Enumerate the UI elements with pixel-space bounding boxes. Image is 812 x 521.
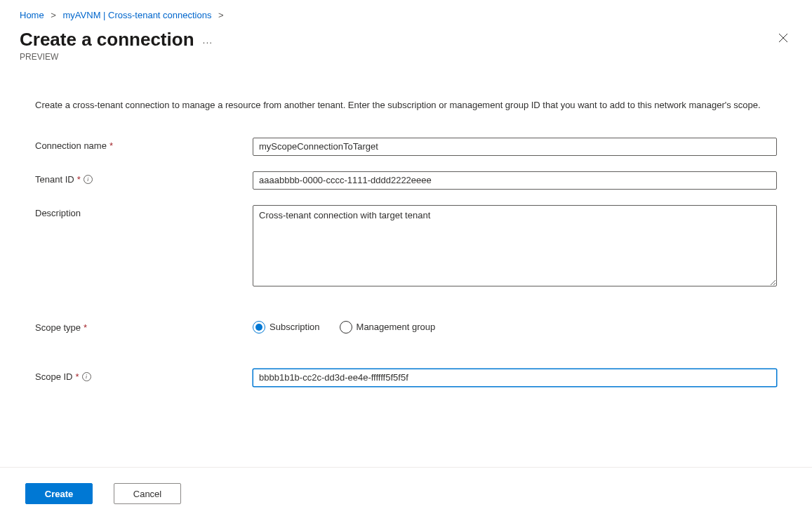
required-indicator: * (77, 174, 81, 185)
required-indicator: * (84, 322, 87, 333)
radio-unselected-icon (340, 321, 352, 334)
info-icon[interactable]: i (84, 175, 93, 184)
create-button[interactable]: Create (25, 483, 93, 504)
row-tenant-id: Tenant ID * i (35, 171, 777, 190)
label-tenant-id: Tenant ID * i (35, 171, 253, 185)
connection-name-input[interactable] (253, 138, 777, 156)
row-scope-id: Scope ID * i (35, 369, 777, 387)
row-connection-name: Connection name * (35, 138, 777, 156)
breadcrumb-parent[interactable]: myAVNM | Cross-tenant connections (63, 10, 212, 20)
breadcrumb-home[interactable]: Home (20, 10, 44, 20)
scope-type-radio-group: Subscription Management group (253, 319, 777, 334)
radio-selected-icon (253, 321, 265, 334)
radio-subscription-label: Subscription (269, 322, 320, 332)
radio-management-group-label: Management group (357, 322, 436, 332)
label-connection-name: Connection name * (35, 138, 253, 151)
preview-badge: PREVIEW (20, 52, 213, 62)
intro-text: Create a cross-tenant connection to mana… (35, 98, 772, 112)
row-scope-type: Scope type * Subscription Management gro… (35, 319, 777, 334)
page-title: Create a connection (20, 29, 194, 51)
description-input[interactable]: Cross-tenant connection with target tena… (253, 205, 777, 286)
label-scope-type: Scope type * (35, 319, 253, 333)
form-content: Create a cross-tenant connection to mana… (0, 62, 812, 416)
breadcrumb: Home > myAVNM | Cross-tenant connections… (0, 0, 812, 23)
scope-id-input[interactable] (253, 369, 777, 387)
label-description: Description (35, 205, 253, 218)
radio-subscription[interactable]: Subscription (253, 321, 320, 334)
chevron-right-icon: > (51, 10, 56, 20)
chevron-right-icon: > (218, 10, 224, 20)
cancel-button[interactable]: Cancel (114, 483, 181, 504)
more-icon[interactable]: ··· (203, 32, 213, 48)
page-header: Create a connection ··· PREVIEW (0, 23, 812, 62)
radio-management-group[interactable]: Management group (340, 321, 436, 334)
footer: Create Cancel (0, 472, 812, 521)
footer-separator (0, 467, 812, 468)
info-icon[interactable]: i (82, 372, 91, 381)
required-indicator: * (75, 371, 79, 382)
close-icon[interactable] (774, 29, 792, 49)
row-description: Description Cross-tenant connection with… (35, 205, 777, 289)
required-indicator: * (109, 140, 113, 151)
label-scope-id: Scope ID * i (35, 369, 253, 382)
tenant-id-input[interactable] (253, 171, 777, 190)
